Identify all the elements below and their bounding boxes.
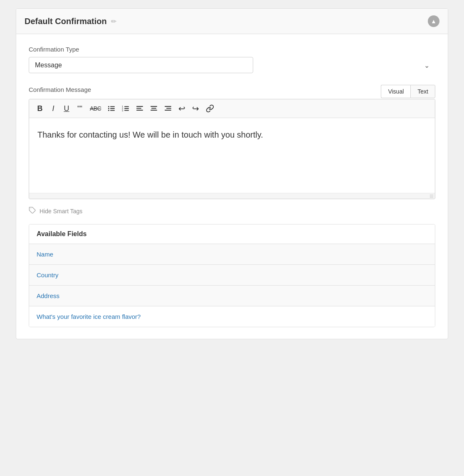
align-right-button[interactable] <box>162 103 174 114</box>
confirmation-type-select[interactable]: Message Page Redirect <box>29 57 253 73</box>
strikethrough-button[interactable]: ABC <box>87 103 104 114</box>
svg-rect-19 <box>166 108 171 109</box>
editor-resize-handle[interactable]: ⁝⁝⁝ <box>29 193 435 199</box>
blockquote-button[interactable]: ““ <box>74 103 86 114</box>
svg-rect-15 <box>151 106 157 107</box>
svg-rect-3 <box>110 108 115 109</box>
field-name-country: Country <box>37 271 59 279</box>
collapse-button[interactable]: ▲ <box>428 15 439 27</box>
panel-header-left: Default Confirmation ✏ <box>25 17 116 26</box>
edit-icon[interactable]: ✏ <box>111 17 116 25</box>
confirmation-message-label: Confirmation Message <box>29 86 91 93</box>
editor-content[interactable]: Thanks for contacting us! We will be in … <box>29 118 435 193</box>
bold-button[interactable]: B <box>34 103 46 114</box>
available-fields-table: Available Fields Name Country Address Wh… <box>29 224 435 327</box>
svg-point-2 <box>108 108 109 109</box>
panel-header: Default Confirmation ✏ ▲ <box>16 9 448 34</box>
default-confirmation-panel: Default Confirmation ✏ ▲ Confirmation Ty… <box>16 8 448 339</box>
resize-icon: ⁝⁝⁝ <box>429 193 433 199</box>
svg-rect-5 <box>110 110 115 111</box>
editor-wrapper: B I U ““ ABC 1 <box>29 99 435 199</box>
svg-rect-13 <box>136 108 141 109</box>
svg-point-4 <box>108 110 109 111</box>
svg-rect-16 <box>151 108 156 109</box>
field-row-name[interactable]: Name <box>29 244 435 265</box>
field-name-name: Name <box>37 251 53 258</box>
svg-rect-11 <box>124 110 129 111</box>
visual-text-tabs: Visual Text <box>381 85 435 98</box>
smart-tags-label: Hide Smart Tags <box>39 208 82 215</box>
align-center-button[interactable] <box>148 103 160 114</box>
field-name-address: Address <box>37 292 59 299</box>
unordered-list-button[interactable] <box>105 103 118 114</box>
editor-text: Thanks for contacting us! We will be in … <box>37 130 263 139</box>
panel-body: Confirmation Type Message Page Redirect … <box>16 34 448 339</box>
svg-rect-12 <box>136 106 143 107</box>
panel-title: Default Confirmation <box>25 17 107 26</box>
confirmation-type-label: Confirmation Type <box>29 46 435 53</box>
align-left-button[interactable] <box>133 103 146 114</box>
tab-text[interactable]: Text <box>410 85 435 98</box>
svg-rect-17 <box>151 110 157 111</box>
available-fields-header: Available Fields <box>29 224 435 244</box>
link-button[interactable] <box>203 103 217 114</box>
undo-button[interactable]: ↩ <box>176 103 188 114</box>
redo-button[interactable]: ↪ <box>190 103 202 114</box>
svg-rect-9 <box>124 108 129 109</box>
confirmation-type-wrapper: Message Page Redirect ⌄ <box>29 57 435 73</box>
svg-rect-1 <box>110 106 115 107</box>
confirmation-message-header: Confirmation Message Visual Text <box>29 85 435 98</box>
svg-rect-18 <box>165 106 171 107</box>
ordered-list-button[interactable]: 1 2 3 <box>119 103 132 114</box>
svg-rect-7 <box>124 106 129 107</box>
field-row-ice-cream[interactable]: What's your favorite ice cream flavor? <box>29 306 435 327</box>
svg-text:3: 3 <box>122 109 123 112</box>
field-row-country[interactable]: Country <box>29 265 435 286</box>
field-row-address[interactable]: Address <box>29 286 435 306</box>
underline-button[interactable]: U <box>61 103 72 114</box>
tab-visual[interactable]: Visual <box>381 85 410 98</box>
svg-rect-14 <box>136 110 143 111</box>
smart-tags-toggle[interactable]: Hide Smart Tags <box>29 207 435 216</box>
svg-rect-20 <box>165 110 171 111</box>
tag-icon <box>29 207 36 216</box>
chevron-down-icon: ⌄ <box>424 61 429 69</box>
editor-toolbar: B I U ““ ABC 1 <box>29 99 435 118</box>
field-name-ice-cream: What's your favorite ice cream flavor? <box>37 313 141 320</box>
svg-point-0 <box>108 106 109 107</box>
italic-button[interactable]: I <box>47 103 59 114</box>
